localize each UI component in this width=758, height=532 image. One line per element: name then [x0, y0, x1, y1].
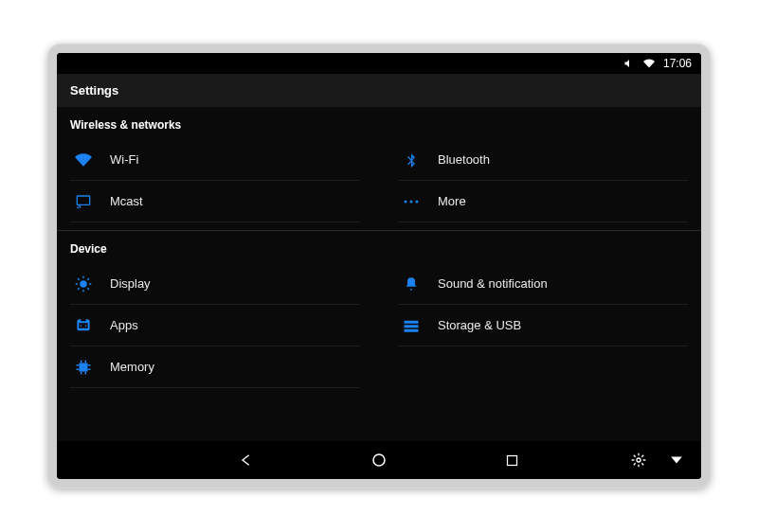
item-label: Mcast — [110, 194, 143, 208]
item-wifi[interactable]: Wi-Fi — [70, 139, 360, 181]
item-sound[interactable]: Sound & notification — [398, 263, 688, 305]
memory-icon — [70, 359, 97, 376]
item-label: Wi-Fi — [110, 152, 138, 167]
section-device-grid: Display Sound & notification Apps — [57, 263, 701, 388]
item-label: Memory — [110, 360, 154, 374]
item-storage[interactable]: Storage & USB — [398, 305, 688, 346]
svg-rect-9 — [405, 328, 419, 331]
svg-rect-0 — [77, 196, 89, 204]
item-label: Storage & USB — [438, 318, 521, 332]
svg-point-3 — [416, 200, 419, 203]
nav-back-button[interactable] — [237, 451, 256, 470]
wifi-status-icon — [642, 58, 656, 69]
page-title: Settings — [70, 83, 118, 98]
item-label: Bluetooth — [438, 152, 490, 167]
bell-icon — [398, 275, 424, 293]
svg-point-13 — [637, 458, 641, 462]
section-device-title: Device — [57, 231, 701, 263]
svg-point-4 — [80, 280, 87, 288]
navigation-bar — [57, 441, 701, 479]
more-icon — [398, 199, 424, 204]
bluetooth-icon — [398, 152, 424, 168]
item-display[interactable]: Display — [70, 263, 360, 305]
item-label: More — [438, 194, 466, 208]
item-mcast[interactable]: Mcast — [70, 181, 360, 222]
item-bluetooth[interactable]: Bluetooth — [398, 139, 688, 181]
svg-rect-8 — [405, 325, 419, 328]
svg-rect-7 — [405, 320, 419, 323]
svg-point-2 — [410, 200, 413, 203]
storage-icon — [398, 319, 424, 332]
section-wireless-grid: Wi-Fi Bluetooth Mcast — [57, 139, 701, 222]
status-bar: 17:06 — [57, 53, 701, 74]
apps-icon — [70, 317, 97, 334]
nav-settings-button[interactable] — [629, 451, 648, 470]
volume-icon — [623, 58, 635, 69]
item-more[interactable]: More — [398, 181, 688, 222]
cast-icon — [70, 194, 97, 209]
svg-rect-10 — [80, 363, 88, 371]
wifi-icon — [70, 151, 97, 168]
svg-rect-12 — [507, 455, 516, 465]
settings-content: Wireless & networks Wi-Fi Bluetooth — [57, 107, 701, 441]
item-memory[interactable]: Memory — [70, 346, 360, 388]
item-label: Apps — [110, 318, 138, 332]
clock: 17:06 — [663, 57, 692, 70]
tablet-frame: 17:06 Settings Wireless & networks Wi-Fi — [47, 44, 711, 488]
item-apps[interactable]: Apps — [70, 305, 360, 346]
section-wireless-title: Wireless & networks — [57, 107, 701, 139]
display-icon — [70, 275, 97, 293]
item-label: Sound & notification — [438, 276, 548, 291]
svg-point-6 — [85, 325, 87, 327]
screen: 17:06 Settings Wireless & networks Wi-Fi — [57, 53, 701, 479]
nav-home-button[interactable] — [370, 451, 388, 470]
svg-point-11 — [373, 454, 385, 466]
page-title-bar: Settings — [57, 74, 701, 107]
nav-dropdown-button[interactable] — [667, 451, 686, 470]
svg-point-5 — [80, 325, 81, 327]
nav-recent-button[interactable] — [502, 451, 521, 470]
svg-point-1 — [405, 200, 407, 203]
item-label: Display — [110, 276, 151, 291]
